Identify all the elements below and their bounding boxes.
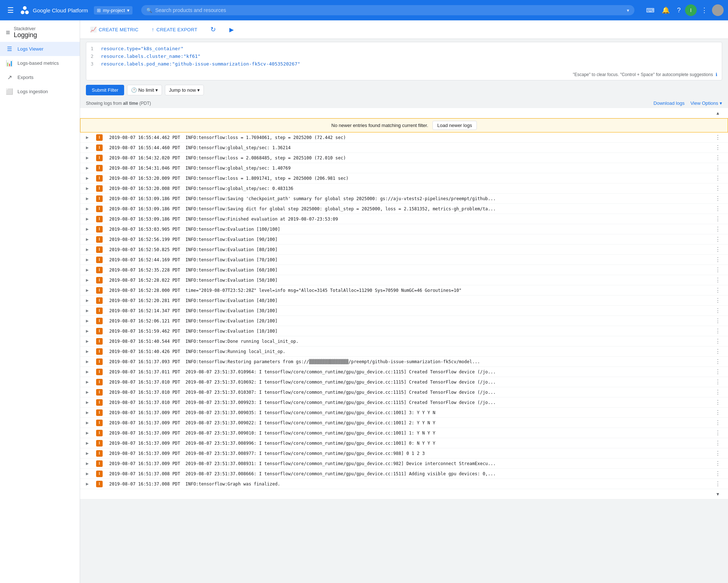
severity-badge[interactable]: I [96, 236, 103, 243]
row-more-options-icon[interactable]: ⋮ [713, 205, 722, 212]
expand-arrow-icon[interactable]: ▶ [86, 197, 96, 201]
load-newer-logs-button[interactable]: Load newer logs [432, 121, 476, 130]
severity-badge[interactable]: I [96, 175, 103, 182]
severity-badge[interactable]: I [96, 246, 103, 253]
expand-arrow-icon[interactable]: ▶ [86, 217, 96, 221]
sidebar-item-logs-viewer[interactable]: ☰ Logs Viewer [0, 42, 80, 56]
row-more-options-icon[interactable]: ⋮ [713, 134, 722, 141]
row-more-options-icon[interactable]: ⋮ [713, 175, 722, 182]
severity-badge[interactable]: I [96, 471, 103, 477]
expand-arrow-icon[interactable]: ▶ [86, 482, 96, 486]
severity-badge[interactable]: I [96, 379, 103, 385]
filter-lines[interactable]: 1 resource.type="k8s_container" 2 resour… [86, 42, 722, 71]
expand-arrow-icon[interactable]: ▶ [86, 298, 96, 302]
row-more-options-icon[interactable]: ⋮ [713, 287, 722, 294]
expand-arrow-icon[interactable]: ▶ [86, 370, 96, 374]
severity-badge[interactable]: I [96, 420, 103, 426]
expand-arrow-icon[interactable]: ▶ [86, 247, 96, 251]
create-metric-button[interactable]: 📈 CREATE METRIC [86, 24, 143, 35]
expand-arrow-icon[interactable]: ▶ [86, 380, 96, 384]
severity-badge[interactable]: I [96, 226, 103, 233]
jump-to-now-dropdown[interactable]: Jump to now ▾ [165, 85, 204, 95]
severity-badge[interactable]: I [96, 348, 103, 355]
severity-badge[interactable]: I [96, 460, 103, 467]
row-more-options-icon[interactable]: ⋮ [713, 307, 722, 314]
severity-badge[interactable]: I [96, 206, 103, 212]
cloud-shell-icon[interactable]: ⌨ [643, 4, 657, 17]
expand-arrow-icon[interactable]: ▶ [86, 441, 96, 445]
severity-badge[interactable]: I [96, 195, 103, 202]
expand-arrow-icon[interactable]: ▶ [86, 309, 96, 313]
expand-arrow-icon[interactable]: ▶ [86, 339, 96, 343]
expand-arrow-icon[interactable]: ▶ [86, 472, 96, 476]
expand-arrow-icon[interactable]: ▶ [86, 156, 96, 160]
expand-arrow-icon[interactable]: ▶ [86, 176, 96, 180]
row-more-options-icon[interactable]: ⋮ [713, 328, 722, 334]
row-more-options-icon[interactable]: ⋮ [713, 470, 722, 477]
play-button[interactable]: ▶ [225, 24, 238, 35]
row-more-options-icon[interactable]: ⋮ [713, 450, 722, 457]
expand-arrow-icon[interactable]: ▶ [86, 431, 96, 435]
row-more-options-icon[interactable]: ⋮ [713, 358, 722, 365]
expand-arrow-icon[interactable]: ▶ [86, 166, 96, 170]
expand-arrow-icon[interactable]: ▶ [86, 146, 96, 150]
severity-badge[interactable]: I [96, 328, 103, 334]
row-more-options-icon[interactable]: ⋮ [713, 317, 722, 324]
severity-badge[interactable]: I [96, 430, 103, 436]
row-more-options-icon[interactable]: ⋮ [713, 480, 722, 487]
sidebar-item-logs-ingestion[interactable]: ⬜ Logs ingestion [0, 84, 80, 99]
severity-badge[interactable]: I [96, 144, 103, 151]
row-more-options-icon[interactable]: ⋮ [713, 246, 722, 253]
refresh-button[interactable]: ↻ [206, 23, 220, 36]
row-more-options-icon[interactable]: ⋮ [713, 154, 722, 161]
row-more-options-icon[interactable]: ⋮ [713, 297, 722, 304]
severity-badge[interactable]: I [96, 369, 103, 375]
expand-arrow-icon[interactable]: ▶ [86, 390, 96, 394]
sidebar-item-exports[interactable]: ↗ Exports [0, 70, 80, 84]
search-bar[interactable]: 🔍 ▾ [141, 5, 634, 15]
row-more-options-icon[interactable]: ⋮ [713, 389, 722, 396]
severity-badge[interactable]: I [96, 409, 103, 416]
expand-arrow-icon[interactable]: ▶ [86, 268, 96, 272]
row-more-options-icon[interactable]: ⋮ [713, 348, 722, 355]
severity-badge[interactable]: I [96, 450, 103, 457]
row-more-options-icon[interactable]: ⋮ [713, 429, 722, 436]
submit-filter-button[interactable]: Submit Filter [86, 85, 124, 95]
view-options-button[interactable]: View Options ▾ [691, 100, 722, 106]
help-icon[interactable]: ? [674, 4, 684, 17]
expand-arrow-icon[interactable]: ▶ [86, 227, 96, 231]
scroll-up-icon[interactable]: ▲ [713, 111, 722, 116]
menu-icon[interactable]: ☰ [4, 3, 17, 17]
severity-badge[interactable]: I [96, 481, 103, 487]
severity-badge[interactable]: I [96, 358, 103, 365]
row-more-options-icon[interactable]: ⋮ [713, 256, 722, 263]
severity-badge[interactable]: I [96, 389, 103, 396]
severity-badge[interactable]: I [96, 185, 103, 192]
expand-arrow-icon[interactable]: ▶ [86, 461, 96, 465]
user-avatar[interactable]: I [685, 4, 697, 16]
row-more-options-icon[interactable]: ⋮ [713, 338, 722, 345]
severity-badge[interactable]: I [96, 277, 103, 283]
expand-arrow-icon[interactable]: ▶ [86, 278, 96, 282]
severity-badge[interactable]: I [96, 399, 103, 406]
expand-arrow-icon[interactable]: ▶ [86, 411, 96, 415]
severity-badge[interactable]: I [96, 134, 103, 141]
scroll-down-icon[interactable]: ▼ [713, 492, 722, 497]
row-more-options-icon[interactable]: ⋮ [713, 440, 722, 447]
severity-badge[interactable]: I [96, 287, 103, 294]
row-more-options-icon[interactable]: ⋮ [713, 277, 722, 283]
row-more-options-icon[interactable]: ⋮ [713, 419, 722, 426]
severity-badge[interactable]: I [96, 308, 103, 314]
severity-badge[interactable]: I [96, 267, 103, 273]
sidebar-item-logs-metrics[interactable]: 📊 Logs-based metrics [0, 56, 80, 70]
expand-arrow-icon[interactable]: ▶ [86, 288, 96, 292]
expand-arrow-icon[interactable]: ▶ [86, 451, 96, 455]
severity-badge[interactable]: I [96, 318, 103, 324]
row-more-options-icon[interactable]: ⋮ [713, 144, 722, 151]
expand-arrow-icon[interactable]: ▶ [86, 421, 96, 425]
row-more-options-icon[interactable]: ⋮ [713, 460, 722, 467]
row-more-options-icon[interactable]: ⋮ [713, 226, 722, 233]
severity-badge[interactable]: I [96, 155, 103, 161]
expand-arrow-icon[interactable]: ▶ [86, 258, 96, 262]
row-more-options-icon[interactable]: ⋮ [713, 409, 722, 416]
